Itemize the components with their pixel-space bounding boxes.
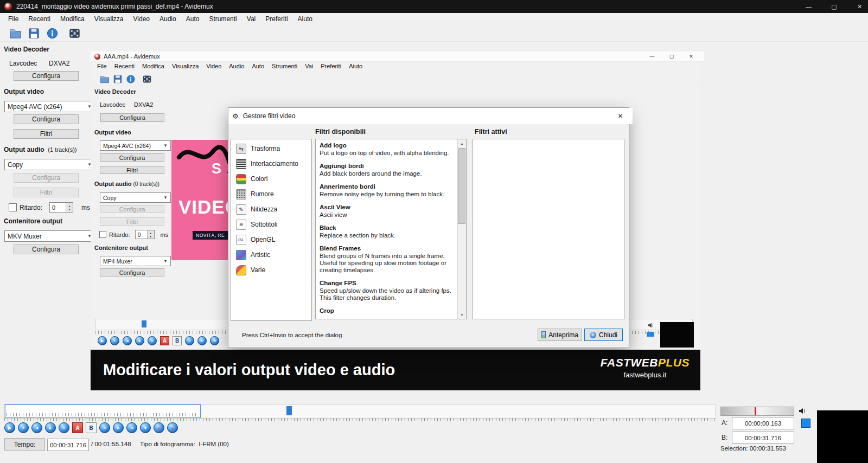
audio-codec-select[interactable]: Copy▼ — [4, 159, 95, 170]
filter-item[interactable]: Crop — [316, 305, 457, 318]
display-toggle[interactable] — [801, 419, 810, 428]
timeline[interactable] — [4, 404, 716, 419]
muxer-configura-button[interactable]: Configura — [14, 245, 79, 254]
ritardo-spinner[interactable]: 0 ▲▼ — [49, 202, 73, 213]
filter-item[interactable]: Change FPS Speed up/slow down the video … — [316, 277, 457, 305]
menu-item[interactable]: Audio — [155, 15, 181, 23]
filter-category-item[interactable]: Sottotitoli — [231, 217, 311, 232]
speaker-icon[interactable] — [798, 407, 807, 415]
menu-item[interactable]: Strumenti — [204, 15, 241, 23]
menu-item[interactable]: Visualizza — [90, 15, 129, 23]
filter-category-item[interactable]: Colori — [231, 171, 311, 187]
dialog-close-icon[interactable]: ✕ — [608, 108, 633, 124]
audio-codec-select: Copy▼ — [100, 192, 171, 203]
stop-button[interactable]: ▪ — [18, 422, 29, 433]
opengl-icon — [236, 235, 246, 245]
filter-description: Ascii view — [320, 211, 452, 218]
save-button[interactable] — [27, 26, 41, 41]
goto-marker-button[interactable]: ▾ — [140, 422, 151, 433]
selection-ticks — [7, 413, 197, 416]
filter-name: Black — [320, 224, 452, 231]
filter-category-item[interactable]: Interlacciamento — [231, 156, 311, 171]
window-title: 220414_montaggio video avidemux primi pa… — [16, 3, 213, 10]
video-configura-button[interactable]: Configura — [14, 114, 79, 124]
marker-a-button[interactable]: A — [72, 422, 83, 433]
container-heading: Contenitore output — [94, 245, 148, 251]
inner-menubar: FileRecentiModificaVisualizzaVideoAudioA… — [91, 61, 703, 71]
filter-item[interactable]: Aggiungi bordi Add black borders around … — [316, 160, 457, 181]
menu-item[interactable]: Preferiti — [260, 15, 292, 23]
menu-item[interactable]: Vai — [242, 15, 260, 23]
filmstrip-icon — [68, 27, 81, 40]
interlacing-icon — [236, 159, 246, 169]
close-circle-icon: ✕ — [590, 332, 596, 338]
scroll-down-icon[interactable]: ▼ — [458, 311, 466, 319]
marker-b-time: 00:00:31.716 — [732, 432, 794, 444]
spinner-arrows-icon[interactable]: ▲▼ — [66, 203, 73, 212]
goto-end-button[interactable]: ↠ — [126, 422, 137, 433]
filter-item[interactable]: Black Replace a section by black. — [316, 222, 457, 242]
filter-item[interactable]: Add logo Put a logo on top of video, wit… — [316, 139, 457, 160]
menu-item: Modifica — [138, 63, 168, 69]
output-video-heading: Output video — [4, 88, 44, 95]
banner-headline: Modificare i valori output video e audio — [103, 361, 395, 379]
calculator-button[interactable] — [67, 26, 82, 41]
filter-description: Remove noisy edge by turning them to bla… — [320, 191, 452, 198]
filter-item[interactable]: Blend Frames Blend groups of N frames in… — [316, 242, 457, 277]
menu-item[interactable]: Aiuto — [293, 15, 317, 23]
next-keyframe-button[interactable]: » — [99, 422, 110, 433]
filter-category-item[interactable]: Nitidezza — [231, 202, 311, 217]
tempo-button[interactable]: Tempo: — [4, 438, 45, 451]
filter-category-item[interactable]: OpenGL — [231, 232, 311, 247]
filter-name: Change FPS — [320, 280, 452, 286]
filter-item[interactable]: Ascii View Ascii view — [316, 201, 457, 222]
ms-label: ms — [81, 204, 90, 211]
scroll-up-icon[interactable]: ▲ — [458, 139, 466, 147]
filter-item[interactable]: Annerimento bordi Remove noisy edge by t… — [316, 181, 457, 201]
minimize-icon[interactable]: — — [796, 0, 821, 13]
prev-keyframe-button[interactable]: « — [59, 422, 69, 433]
filter-list-scrollbar[interactable]: ▲ ▼ — [457, 139, 466, 319]
timeline-marker[interactable] — [286, 406, 292, 415]
chevron-down-icon: ▼ — [163, 259, 168, 263]
chiudi-button[interactable]: ✕ Chiudi — [584, 329, 623, 341]
video-filtri-button[interactable]: Filtri — [14, 129, 79, 139]
menu-item[interactable]: Recenti — [23, 15, 55, 23]
filter-category-item[interactable]: Artistic — [231, 247, 311, 262]
goto-start-button[interactable]: ↞ — [113, 422, 124, 433]
filter-category-item[interactable]: Trasforma — [231, 141, 311, 156]
prev-frame-button[interactable]: ◂ — [31, 422, 42, 433]
video-codec-select[interactable]: Mpeg4 AVC (x264)▼ — [4, 101, 95, 112]
info-button[interactable] — [45, 26, 60, 41]
decoder-name: Lavcodec — [100, 101, 125, 108]
decoder-configura-button[interactable]: Configura — [14, 71, 79, 81]
menu-item[interactable]: Video — [129, 15, 155, 23]
menu-item[interactable]: Auto — [181, 15, 205, 23]
video-decoder-heading: Video Decoder — [4, 46, 49, 53]
next-black-frame-button[interactable]: ● — [167, 422, 178, 433]
next-frame-button[interactable]: ▸ — [45, 422, 56, 433]
marker-b-button[interactable]: B — [86, 422, 97, 433]
frame-type-value: I-FRM (00) — [199, 441, 229, 447]
next-frame-button: ▸ — [135, 336, 144, 345]
speaker-icon — [647, 321, 655, 329]
maximize-icon[interactable]: ▢ — [821, 0, 847, 13]
prev-black-frame-button[interactable]: ● — [154, 422, 164, 433]
anteprima-button[interactable]: Anteprima — [538, 329, 582, 341]
open-file-button[interactable] — [8, 26, 23, 41]
muxer-select[interactable]: MKV Muxer▼ — [4, 230, 95, 242]
info-icon — [126, 74, 136, 84]
close-icon[interactable]: ✕ — [847, 0, 868, 13]
menu-item[interactable]: File — [3, 15, 23, 23]
volume-slider[interactable] — [720, 407, 794, 416]
menu-item: Strumenti — [268, 63, 301, 69]
brand-fastweb: FASTWEB — [601, 356, 658, 369]
scrollbar-thumb[interactable] — [458, 148, 465, 224]
play-button[interactable]: ▶ — [4, 422, 15, 433]
filter-category-item[interactable]: Rumore — [231, 187, 311, 202]
menu-item[interactable]: Modifica — [55, 15, 90, 23]
active-filters-list[interactable] — [473, 139, 624, 319]
ritardo-checkbox[interactable] — [9, 203, 17, 211]
video-banner: Modificare i valori output video e audio… — [91, 350, 700, 390]
filter-category-item[interactable]: Varie — [231, 262, 311, 278]
